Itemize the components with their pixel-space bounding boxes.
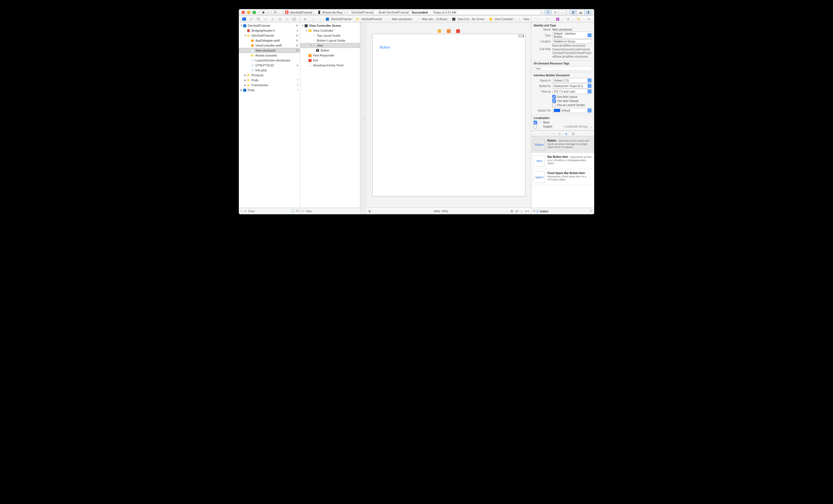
first-responder-badge-icon[interactable] — [447, 29, 451, 33]
outline-row[interactable]: 🟥Exit — [300, 58, 360, 63]
resolve-icon[interactable]: ⟂ — [521, 210, 522, 213]
location-select[interactable]: Relative to Group⌄ — [552, 40, 592, 44]
debug-navigator-tab[interactable]: ☲ — [276, 17, 283, 22]
nav-row[interactable]: ▶📁Pods? — [239, 78, 300, 82]
type-select[interactable]: Default - Interface Builder…⌄ — [552, 32, 592, 39]
viewas-select[interactable]: iOS 7.0 and Later⌄ — [552, 89, 592, 94]
find-navigator-tab[interactable] — [255, 17, 262, 22]
recent-icon[interactable]: 🕘 — [291, 209, 295, 213]
nav-row[interactable]: 📄Main.storyboardM — [239, 48, 300, 53]
nav-row[interactable]: 📕BridgingHeader.hA — [239, 28, 300, 33]
outline-row[interactable]: 🟧First Responder — [300, 53, 360, 58]
buildsfor-select[interactable]: Deployment Target (9.2)⌄ — [552, 83, 592, 89]
add-icon[interactable]: ＋ — [240, 209, 243, 213]
filter-icon[interactable]: ⊙ — [301, 209, 304, 213]
run-button[interactable] — [260, 10, 267, 15]
symbol-navigator-tab[interactable]: ☷ — [248, 17, 255, 22]
autolayout-checkbox[interactable]: Use Auto Layout — [552, 95, 592, 99]
jump-segment[interactable]: ⬛View Con…ller Scene — [451, 17, 485, 21]
nav-row[interactable]: 📄Info.plist — [239, 68, 300, 73]
outline-filter-input[interactable] — [305, 209, 359, 213]
loc-base-checkbox[interactable]: 📄Base — [533, 121, 592, 124]
canvas-button[interactable]: Button — [380, 45, 390, 49]
scm-icon[interactable]: ☒ — [296, 209, 299, 213]
jump-segment[interactable]: 🟦GtmSwiftTutorial — [325, 17, 352, 21]
forward-button[interactable]: › — [317, 17, 324, 22]
view-controller-canvas[interactable]: Button — [373, 34, 525, 196]
outline-row[interactable]: ▼▫View — [300, 43, 360, 48]
nav-row[interactable]: ▶📁Products — [239, 73, 300, 78]
connections-inspector-tab[interactable]: ➡ — [584, 16, 594, 22]
media-library-tab[interactable]: 🖼 — [572, 132, 575, 135]
file-template-tab[interactable]: 📄 — [551, 132, 554, 135]
breakpoint-navigator-tab[interactable]: ⬠ — [283, 17, 291, 22]
clear-icon[interactable]: ⓧ — [590, 209, 593, 213]
nav-row[interactable]: ▼📁GtmSwiftTutorialM — [239, 33, 300, 38]
version-editor-button[interactable]: ↔ — [559, 10, 566, 15]
loc-english-row[interactable]: EnglishLocalizable Strings⌄ — [533, 125, 592, 128]
library-item[interactable]: ButtonButton - Intercepts touch events a… — [531, 137, 594, 153]
attributes-inspector-tab[interactable]: ⬇ — [563, 16, 573, 22]
sizeclasses-checkbox[interactable]: Use Size Classes — [552, 99, 592, 103]
minimize-window[interactable] — [247, 11, 251, 14]
toggle-navigator[interactable]: ◧ — [570, 10, 577, 15]
nav-row[interactable]: 📄GTM-PT3L9ZA — [239, 63, 300, 68]
pin-icon[interactable]: ⊟ — [516, 210, 518, 213]
toggle-inspector[interactable]: ◨ — [584, 10, 591, 15]
library-filter-input[interactable] — [540, 210, 589, 213]
opensin-select[interactable]: Default (7.0)⌄ — [552, 78, 592, 83]
library-item[interactable]: ItemBar Button Item - Represents an item… — [531, 153, 594, 169]
object-library-tab[interactable]: ◎ — [565, 132, 568, 135]
grid-icon[interactable]: ⊞ — [533, 210, 535, 213]
tint-select[interactable]: Default⌄ — [552, 108, 592, 113]
exit-badge-icon[interactable] — [456, 29, 460, 33]
close-window[interactable] — [242, 11, 245, 14]
test-navigator-tab[interactable]: ◇ — [269, 17, 276, 22]
jump-segment[interactable]: 📁GtmSwiftTutorial — [355, 17, 383, 21]
toggle-debug-area[interactable]: ⬓ — [577, 10, 584, 15]
related-items-icon[interactable]: ⊞ — [301, 17, 309, 22]
report-navigator-tab[interactable]: 💬 — [291, 17, 298, 22]
vc-badge-icon[interactable] — [437, 29, 441, 33]
outline-row[interactable]: ▫Bottom Layout Guide — [300, 38, 360, 43]
launchscreen-checkbox[interactable]: Use as Launch Screen — [552, 103, 592, 107]
nav-row[interactable]: 🔶AppDelegate.swiftM — [239, 38, 300, 43]
nav-row[interactable]: ▶🟦Pods? — [239, 88, 300, 93]
back-button[interactable]: ‹ — [309, 17, 316, 22]
file-inspector-tab[interactable]: 📄 — [531, 16, 542, 22]
resize-icon[interactable]: ⟷ — [525, 210, 529, 213]
outline-row[interactable]: ▫Top Layout Guide — [300, 33, 360, 38]
code-snippet-tab[interactable]: {} — [558, 132, 561, 135]
align-icon[interactable]: ⊞ — [511, 210, 513, 213]
identity-name[interactable]: Main.storyboard — [552, 28, 592, 31]
outline-row[interactable]: ▼⬛View Controller Scene — [300, 23, 360, 28]
scheme-selector[interactable]: 🅰️ GtmSwiftTutorial 〉 📱 iPhone 6s Plus — [283, 10, 344, 15]
nav-row[interactable]: 🔶ViewController.swiftM — [239, 43, 300, 48]
library-item[interactable]: spaceFixed Space Bar Button Item - Repre… — [531, 169, 594, 185]
outline-row[interactable]: 🅱Button — [300, 48, 360, 53]
nav-row[interactable]: ▶📁Frameworks? — [239, 82, 300, 88]
identity-inspector-tab[interactable]: 🆔 — [552, 16, 563, 22]
odr-tags-input[interactable] — [533, 66, 592, 71]
nav-row[interactable]: 📄LaunchScreen.storyboard — [239, 58, 300, 63]
outline-row[interactable]: ▼🟡View Controller — [300, 28, 360, 33]
jump-segment[interactable]: 📄Main.stor…rd (Base) — [415, 17, 448, 21]
standard-editor-button[interactable]: ☰ — [545, 10, 552, 15]
assistant-editor-button[interactable]: ◎ — [552, 10, 559, 15]
size-class-selector[interactable]: wAny hAny — [434, 210, 448, 213]
issue-navigator-tab[interactable]: ⚠ — [262, 17, 269, 22]
nav-row[interactable]: ▼🟦GtmSwiftTutorialM — [239, 23, 300, 28]
filter-icon[interactable]: ◎ — [536, 210, 539, 213]
nav-row[interactable]: 📁Assets.xcassets — [239, 53, 300, 58]
size-inspector-tab[interactable]: 📏 — [573, 16, 584, 22]
stop-button[interactable] — [271, 10, 279, 15]
jump-segment[interactable]: 🟡View Controller — [488, 17, 514, 21]
zoom-window[interactable] — [253, 11, 256, 14]
jump-segment[interactable]: 📄Main.storyboard — [385, 17, 413, 21]
navigator-filter-input[interactable] — [248, 209, 290, 213]
jump-segment[interactable]: ▫View — [517, 17, 530, 21]
filter-icon[interactable]: ⊙ — [244, 209, 246, 213]
quick-help-tab[interactable]: ? — [542, 16, 552, 22]
outline-row[interactable]: →Storyboard Entry Point — [300, 63, 360, 68]
toggle-outline-icon[interactable]: ◧ — [368, 210, 371, 213]
